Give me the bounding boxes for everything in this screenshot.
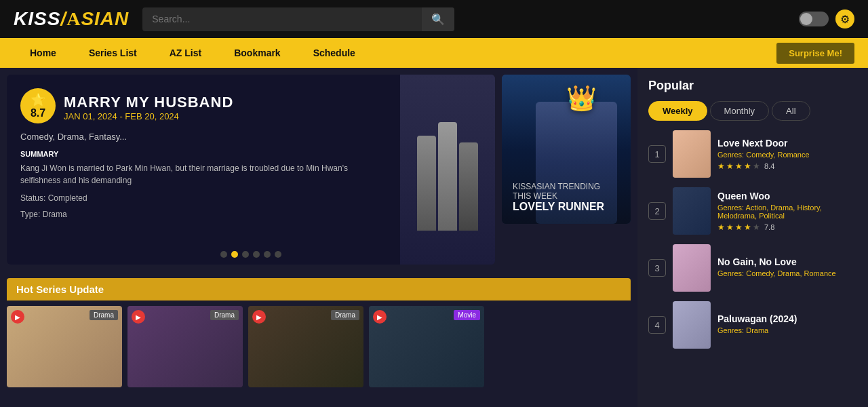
item-thumb-2 <box>673 187 711 235</box>
play-icon-2: ▶ <box>132 310 145 324</box>
trending-show-title: LOVELY RUNNER <box>513 201 620 213</box>
featured-genres: Comedy, Drama, Fantasy... <box>20 132 387 142</box>
series-grid: ▶ Drama ▶ Drama ▶ Drama ▶ Movie <box>7 306 631 387</box>
item-title-3: No Gain, No Love <box>717 256 857 267</box>
popular-item-3[interactable]: 3 No Gain, No Love Genres: Comedy, Drama… <box>648 244 857 292</box>
popular-tabs: Weekly Monthly All <box>648 101 857 121</box>
dot-3[interactable] <box>242 251 249 258</box>
settings-icon[interactable]: ⚙ <box>835 9 854 28</box>
main-content: ⭐ 8.7 MARRY MY HUSBAND JAN 01, 2024 - FE… <box>0 68 868 407</box>
item-title-4: Paluwagan (2024) <box>717 313 857 324</box>
item-info-4: Paluwagan (2024) Genres: Drama <box>717 313 857 337</box>
summary-label: SUMMARY <box>20 150 387 158</box>
item-thumb-1 <box>673 130 711 178</box>
item-genres-3: Genres: Comedy, Drama, Romance <box>717 269 857 277</box>
series-badge-1: Drama <box>90 310 118 320</box>
featured-card[interactable]: ⭐ 8.7 MARRY MY HUSBAND JAN 01, 2024 - FE… <box>7 75 495 265</box>
rank-4: 4 <box>648 316 666 334</box>
logo-kiss: KISS <box>14 8 60 29</box>
star-2-5: ★ <box>753 222 760 232</box>
toggle-knob <box>800 13 812 25</box>
star-1-4: ★ <box>744 161 751 171</box>
popular-title: Popular <box>648 79 857 93</box>
series-card-2[interactable]: ▶ Drama <box>127 306 243 387</box>
item-title-1: Love Next Door <box>717 138 857 149</box>
dot-5[interactable] <box>264 251 271 258</box>
item-info-3: No Gain, No Love Genres: Comedy, Drama, … <box>717 256 857 280</box>
star-1-1: ★ <box>717 161 725 171</box>
popular-item-4[interactable]: 4 Paluwagan (2024) Genres: Drama <box>648 301 857 349</box>
nav-item-series-list[interactable]: Series List <box>73 38 153 68</box>
star-2-1: ★ <box>717 222 725 232</box>
series-badge-4: Movie <box>454 310 480 320</box>
genres-label-4: Genres: <box>717 326 746 334</box>
nav-item-schedule[interactable]: Schedule <box>297 38 372 68</box>
genres-value-1: Comedy, Romance <box>746 151 809 159</box>
search-button[interactable]: 🔍 <box>422 7 454 31</box>
featured-status: Status: Completed <box>20 193 387 203</box>
star-1-2: ★ <box>726 161 734 171</box>
rank-1: 1 <box>648 145 666 163</box>
star-1-3: ★ <box>735 161 743 171</box>
rank-3: 3 <box>648 259 666 277</box>
tab-monthly[interactable]: Monthly <box>710 101 770 121</box>
star-2-3: ★ <box>735 222 743 232</box>
play-icon-4: ▶ <box>373 310 387 324</box>
right-panel: Popular Weekly Monthly All 1 Love Next D… <box>637 68 868 407</box>
series-card-1[interactable]: ▶ Drama <box>7 306 122 387</box>
tab-weekly[interactable]: Weekly <box>648 101 707 121</box>
nav-item-az-list[interactable]: AZ List <box>153 38 218 68</box>
item-genres-4: Genres: Drama <box>717 326 857 334</box>
series-badge-3: Drama <box>331 310 359 320</box>
item-info-2: Queen Woo Genres: Action, Drama, History… <box>717 191 857 232</box>
nav-item-bookmark[interactable]: Bookmark <box>218 38 296 68</box>
trending-card[interactable]: 👑 KISSASIAN TRENDING THIS WEEK LOVELY RU… <box>502 75 631 224</box>
item-thumb-4 <box>673 301 711 349</box>
star-2-2: ★ <box>726 222 734 232</box>
nav-item-home[interactable]: Home <box>14 38 73 68</box>
genres-label-2: Genres: <box>717 204 746 212</box>
dot-4[interactable] <box>253 251 260 258</box>
featured-title: MARRY MY HUSBAND <box>64 94 233 111</box>
trending-text: KISSASIAN TRENDING THIS WEEK LOVELY RUNN… <box>513 182 620 213</box>
crown-icon: 👑 <box>566 84 597 113</box>
hot-series-section: Hot Series Update ▶ Drama ▶ Drama ▶ Dram… <box>7 278 631 387</box>
logo-asian: /ASIAN <box>60 8 129 29</box>
surprise-button[interactable]: Surprise Me! <box>776 43 854 64</box>
item-thumb-3 <box>673 244 711 292</box>
genres-value-3: Comedy, Drama, Romance <box>746 269 835 277</box>
tab-all[interactable]: All <box>772 101 810 121</box>
item-info-1: Love Next Door Genres: Comedy, Romance ★… <box>717 138 857 171</box>
rating-badge: ⭐ 8.7 <box>20 88 56 123</box>
featured-date: JAN 01, 2024 - FEB 20, 2024 <box>64 111 233 121</box>
logo: KISS/ASIAN <box>14 8 129 30</box>
popular-item-1[interactable]: 1 Love Next Door Genres: Comedy, Romance… <box>648 130 857 178</box>
featured-row: ⭐ 8.7 MARRY MY HUSBAND JAN 01, 2024 - FE… <box>7 75 631 271</box>
dot-2[interactable] <box>231 251 238 258</box>
rating-1: 8.4 <box>764 162 774 170</box>
play-icon-3: ▶ <box>252 310 266 324</box>
featured-info: ⭐ 8.7 MARRY MY HUSBAND JAN 01, 2024 - FE… <box>7 75 400 265</box>
dot-6[interactable] <box>275 251 281 258</box>
item-title-2: Queen Woo <box>717 191 857 201</box>
kissasian-trending-label: KISSASIAN TRENDING THIS WEEK <box>513 182 620 201</box>
dot-1[interactable] <box>220 251 227 258</box>
navigation: Home Series List AZ List Bookmark Schedu… <box>0 38 868 68</box>
series-card-4[interactable]: ▶ Movie <box>369 306 484 387</box>
series-card-3[interactable]: ▶ Drama <box>248 306 363 387</box>
rating-score: 8.7 <box>31 107 45 119</box>
star-1-5: ★ <box>753 161 760 171</box>
popular-item-2[interactable]: 2 Queen Woo Genres: Action, Drama, Histo… <box>648 187 857 235</box>
stars-2: ★ ★ ★ ★ ★ 7.8 <box>717 222 857 232</box>
theme-toggle[interactable] <box>799 12 829 26</box>
hot-series-header: Hot Series Update <box>7 278 631 301</box>
search-bar: 🔍 <box>142 7 454 31</box>
poster-image <box>400 75 495 265</box>
rating-2: 7.8 <box>764 223 774 231</box>
featured-type: Type: Drama <box>20 210 387 219</box>
play-icon-1: ▶ <box>11 310 24 324</box>
item-genres-2: Genres: Action, Drama, History, Melodram… <box>717 204 857 220</box>
genres-label-3: Genres: <box>717 269 746 277</box>
left-panel: ⭐ 8.7 MARRY MY HUSBAND JAN 01, 2024 - FE… <box>0 68 637 407</box>
search-input[interactable] <box>142 8 422 30</box>
